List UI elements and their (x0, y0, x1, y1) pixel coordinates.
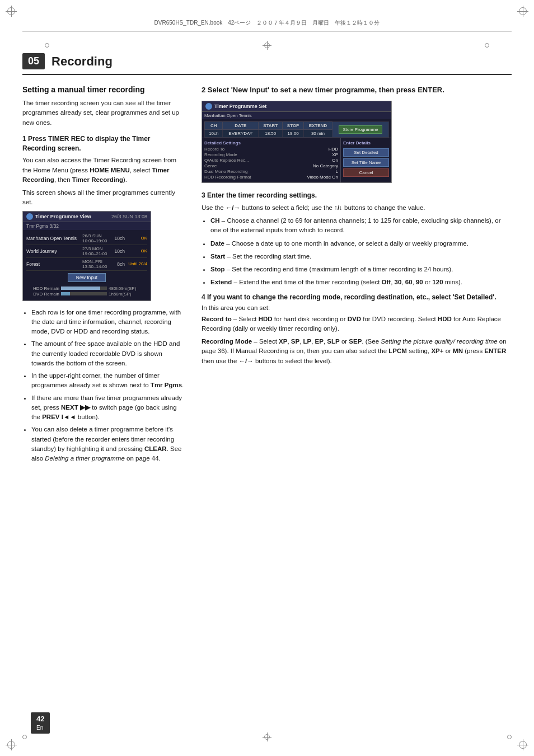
timer-entry-2-name: Forest (26, 261, 82, 267)
timer-entry-1-ch: 10ch (111, 248, 125, 254)
section-heading: Setting a manual timer recording (22, 85, 185, 94)
left-bullet-list: Each row is for one timer recording prog… (22, 308, 185, 464)
step1-heading: 1 Press TIMER REC to display the Timer R… (22, 134, 185, 153)
step4-heading: 4 If you want to change the recording mo… (202, 293, 512, 301)
right-column: 2 Select 'New Input' to set a new timer … (202, 85, 512, 469)
step2-heading: 2 Select 'New Input' to set a new timer … (202, 85, 512, 95)
tps-titlebar: Timer Programme Set (202, 101, 391, 112)
timer-new-input: New Input (26, 273, 147, 282)
step3-bullet-ch: CH – Choose a channel (2 to 69 for anten… (210, 216, 512, 236)
tps-detail-label-0: Record To (204, 147, 224, 152)
tps-store-btn[interactable]: Store Programme (339, 125, 382, 134)
page-number: 42 (36, 715, 44, 723)
bullet-3: If there are more than five timer progra… (31, 393, 185, 422)
reg-dot-right (485, 43, 489, 48)
tps-detail-record-to: Record To HDD (204, 147, 338, 152)
timer-entry-1-status: OK (125, 248, 147, 253)
timer-hdd-bar: HDD Remain 480h59m(SP) DVD Remain 1h58 (26, 284, 147, 298)
tps-col-extend: EXTEND (303, 122, 332, 130)
reg-dot-bottom-left (22, 735, 27, 739)
page: DVR650HS_TDR_EN.book 42ページ ２００７年４月９日 月曜日… (0, 0, 534, 756)
tps-title: Timer Programme Set (214, 104, 266, 109)
timer-entry-1-info: 27/3 MON 19:00–21:00 (82, 246, 111, 256)
content-columns: Setting a manual timer recording The tim… (22, 85, 512, 469)
tps-detail-label-4: Dual Mono Recording (204, 169, 247, 174)
step3-intro: Use the ←/→ buttons to select a field; u… (202, 203, 512, 213)
timer-view-widget: Timer Programme View 26/3 SUN 13:08 Tmr … (22, 211, 151, 301)
tps-detail-value-4: L (336, 169, 338, 174)
tps-btn-set-detailed[interactable]: Set Detailed (343, 148, 389, 157)
hdd-track (61, 287, 107, 290)
bottom-reg-row (0, 729, 534, 745)
tps-col-ch: CH (205, 122, 223, 130)
dvd-label: DVD Remain (29, 292, 59, 297)
timer-view-title: Timer Programme View (35, 214, 91, 219)
tps-col-stop: STOP (283, 122, 304, 130)
tps-detail-label-2: Q/Auto Replace Rec... (204, 158, 249, 163)
step3-bullet-extend: Extend – Extend the end time of the time… (210, 278, 512, 287)
step3-heading: 3 Enter the timer recording settings. (202, 191, 512, 200)
timer-view-titlebar: Timer Programme View 26/3 SUN 13:08 (23, 212, 151, 222)
tps-details-heading: Detailed Settings (204, 140, 338, 145)
tps-val-ch: 10ch (205, 130, 223, 138)
tps-detail-genre: Genre No Category (204, 163, 338, 168)
tps-detail-rec-mode: Recording Mode XP (204, 152, 338, 157)
reg-dot-left (45, 43, 49, 48)
timer-entry-1-name: World Journey (26, 248, 82, 254)
timer-entry-1: World Journey 27/3 MON 19:00–21:00 10ch … (26, 245, 147, 258)
step3-bullet-date: Date – Choose a date up to one month in … (210, 239, 512, 248)
step4-para-rec-mode: Recording Mode – Select XP, SP, LP, EP, … (202, 337, 512, 366)
new-input-btn[interactable]: New Input (68, 273, 106, 282)
dvd-fill (61, 292, 70, 295)
tps-detail-label-5: HDD Recording Format (204, 175, 251, 180)
tps-btn-set-title[interactable]: Set Title Name (343, 158, 389, 167)
timer-entry-0: Manhattan Open Tennis 26/3 SUN 10:00–19:… (26, 232, 147, 245)
timer-entry-0-ch: 10ch (111, 236, 125, 241)
timer-set-widget: Timer Programme Set Manhattan Open Tenni… (202, 101, 392, 183)
hdd-label: HDD Remain (29, 286, 59, 291)
tps-detail-label-3: Genre (204, 163, 217, 168)
timer-view-subbar: Tmr Pgms 3/32 (23, 222, 151, 230)
tps-val-stop: 19:00 (283, 130, 304, 138)
tps-icon (205, 103, 212, 110)
tps-val-date: EVERYDAY (223, 130, 259, 138)
top-reg-row (22, 37, 512, 53)
timer-view-body: Manhattan Open Tennis 26/3 SUN 10:00–19:… (23, 230, 151, 300)
dvd-track (61, 292, 107, 295)
timer-entry-2: Forest MON–FRI 13:30–14:00 8ch Until 20/… (26, 258, 147, 271)
chapter-title: Recording (51, 54, 113, 69)
step3-bullet-start: Start – Set the recording start time. (210, 252, 512, 261)
hdd-fill (61, 287, 100, 290)
chapter-number: 05 (22, 53, 45, 69)
tps-detail-value-3: No Category (313, 163, 338, 168)
tps-detail-value-2: On (332, 158, 338, 163)
reg-mark-tl (6, 6, 17, 17)
bullet-0: Each row is for one timer recording prog… (31, 308, 185, 337)
tps-details-subheading: Enter Details (343, 140, 389, 145)
tps-store-cell: Store Programme (332, 122, 388, 138)
timer-view-subbar-text: Tmr Pgms 3/32 (26, 223, 59, 229)
tps-val-start: 18:50 (259, 130, 283, 138)
timer-entry-2-ch: 8ch (111, 261, 125, 267)
step1-text: You can also access the Timer Recording … (22, 156, 185, 185)
tps-table: CH DATE START STOP EXTEND Store Programm… (204, 121, 389, 138)
dvd-row: DVD Remain 1h58m(SP) (29, 292, 145, 297)
timer-entry-2-status: Until 20/4 (125, 261, 147, 266)
tps-detail-dual: Dual Mono Recording L (204, 169, 338, 174)
reg-mark-tr (517, 6, 528, 17)
meta-text: DVR650HS_TDR_EN.book 42ページ ２００７年４月９日 月曜日… (154, 20, 380, 26)
tps-col-date: DATE (223, 122, 259, 130)
tps-val-extend: 30 min (303, 130, 332, 138)
tps-detail-value-0: HDD (329, 147, 338, 152)
timer-entry-0-name: Manhattan Open Tennis (26, 236, 82, 241)
dvd-value: 1h58m(SP) (109, 292, 145, 297)
tps-btn-cancel[interactable]: Cancel (343, 168, 389, 177)
tps-detail-label-1: Recording Mode (204, 152, 237, 157)
bullet-1: The amount of free space available on th… (31, 339, 185, 368)
tps-subbar-text: Manhattan Open Tennis (204, 113, 252, 118)
step3-bullets: CH – Choose a channel (2 to 69 for anten… (202, 216, 512, 288)
tps-details-right: Enter Details Set Detailed Set Title Nam… (341, 138, 391, 182)
step4-intro: In this area you can set: (202, 304, 512, 311)
timer-view-date: 26/3 SUN 13:08 (111, 214, 147, 219)
timer-view-icon (26, 213, 33, 220)
